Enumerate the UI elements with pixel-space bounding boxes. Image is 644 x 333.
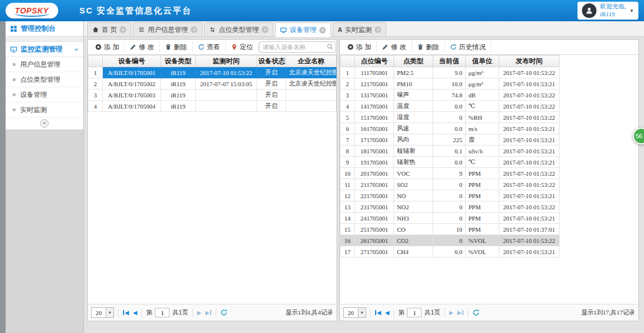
column-header[interactable]: 设备类型 [161, 55, 196, 67]
sidebar-collapse-row: « [6, 118, 83, 130]
table-row[interactable]: 1A/BJLT/0/1705001iR1192017-07-10 01:53:2… [88, 67, 337, 78]
column-header[interactable]: 设备编号 [103, 55, 161, 67]
first-page-button[interactable]: ◀ [375, 309, 382, 316]
column-header[interactable]: 设备状态 [257, 55, 286, 67]
cell: 辐射热 [394, 157, 433, 168]
tab-realtime[interactable]: A实时监测× [333, 22, 386, 36]
table-row[interactable]: 1111705001PM2.59.0μg/m³2017-07-10 01:53:… [340, 67, 560, 78]
last-page-button[interactable]: ▶ [457, 309, 464, 316]
table-row[interactable]: 15251705001CO10PPM2017-07-10 01:37:01 [340, 224, 560, 235]
row-number: 4 [88, 101, 103, 112]
table-row[interactable]: 16261705001CO20%VOL2017-07-10 01:53:22 [340, 235, 560, 246]
view-button[interactable]: 查看 [193, 41, 226, 53]
table-row[interactable]: 6161705001风速0.0m/s2017-07-10 01:53:21 [340, 123, 560, 134]
tab-label: 实时监测 [345, 25, 372, 35]
delete-button[interactable]: 删除 [160, 41, 193, 53]
table-row[interactable]: 17271705001CH40.0%VOL2017-07-10 01:53:21 [340, 246, 560, 257]
prev-page-button[interactable]: ◀ [385, 309, 390, 316]
column-header[interactable]: 当前值 [433, 55, 466, 67]
sidebar-section-console[interactable]: 管理控制台 [6, 21, 83, 36]
next-page-button[interactable]: ▶ [449, 309, 454, 316]
cell: 2017-07-10 01:53:22 [196, 67, 257, 78]
add-button[interactable]: 添 加 [90, 41, 125, 53]
locate-button[interactable]: 定位 [226, 41, 259, 53]
column-header[interactable]: 企业名称 [286, 55, 337, 67]
table-row[interactable]: 7171705001风向225度2017-07-10 01:53:21 [340, 134, 560, 146]
row-number: 10 [340, 168, 355, 179]
row-number: 4 [340, 101, 355, 112]
tab-bar: 首 页×用户信息管理×点位类型管理×设备管理×A实时监测× [84, 21, 644, 37]
tab-device[interactable]: 设备管理× [275, 22, 331, 37]
cell: 0.1 [433, 146, 466, 157]
main-area: 首 页×用户信息管理×点位类型管理×设备管理×A实时监测× 添 加修 改删除查看… [84, 21, 644, 333]
cell: 241705001 [355, 213, 394, 224]
button-label: 修 改 [139, 43, 154, 52]
page-size-select[interactable]: 20 ▼ [91, 307, 114, 318]
table-row[interactable]: 10201705001VOC9PPM2017-07-10 01:53:22 [340, 168, 560, 179]
table-row[interactable]: 12221705001NO0PPM2017-07-10 01:53:21 [340, 190, 560, 201]
tab-close-icon[interactable]: × [375, 26, 381, 33]
refresh-button[interactable] [220, 309, 228, 316]
delete-icon [417, 44, 424, 50]
table-row[interactable]: 9191705001辐射热0.0℃2017-07-10 01:53:21 [340, 157, 560, 168]
history-button[interactable]: 历史情况 [445, 41, 491, 53]
column-header[interactable]: 发布时间 [499, 55, 560, 67]
tab-point-type[interactable]: 点位类型管理× [204, 22, 273, 36]
table-row[interactable]: 2121705001PM1010.0μg/m³2017-07-10 01:53:… [340, 78, 560, 90]
column-header[interactable]: 点位编号 [355, 55, 394, 67]
sidebar-item-device[interactable]: 设备管理 [6, 87, 83, 102]
cell: 0 [433, 190, 466, 201]
tab-home[interactable]: 首 页× [87, 22, 131, 36]
page-number-input[interactable] [407, 308, 422, 317]
column-header[interactable]: 值单位 [466, 55, 499, 67]
table-row[interactable]: 4141705001温度0.0℃2017-07-10 01:53:22 [340, 101, 560, 112]
tab-close-icon[interactable]: × [319, 27, 326, 34]
table-row[interactable]: 13231705001NO20PPM2017-07-10 01:53:22 [340, 201, 560, 213]
topsky-logo: TOPSKY [6, 3, 58, 18]
table-row[interactable]: 11211705001SO20PPM2017-07-10 01:53:22 [340, 179, 560, 190]
cell: dB [466, 90, 499, 101]
prev-page-button[interactable]: ◀ [132, 309, 138, 316]
cell: 221705001 [355, 190, 394, 201]
table-row[interactable]: 3131705001噪声74.8dB2017-07-10 01:53:22 [340, 90, 560, 101]
device-panel: 添 加修 改删除查看定位 设备编号设备类型监测时间设备状态企业名称 1A/BJL… [87, 39, 337, 321]
table-row[interactable]: 3A/BJLT/0/1705003iR119开启 [88, 90, 337, 101]
cell: μg/m³ [466, 78, 499, 90]
tab-label: 用户信息管理 [148, 25, 188, 35]
delete-button[interactable]: 删除 [412, 41, 445, 53]
cell: CO2 [394, 235, 433, 246]
user-menu[interactable]: 欢迎光临, iR119 ▼ [577, 2, 638, 20]
column-header[interactable]: 监测时间 [196, 55, 257, 67]
device-toolbar-buttons: 添 加修 改删除查看定位 [90, 40, 259, 54]
column-header[interactable]: 点类型 [394, 55, 433, 67]
cell: 231705001 [355, 201, 394, 213]
edit-button[interactable]: 修 改 [377, 41, 411, 53]
row-number: 12 [340, 190, 355, 201]
refresh-button[interactable] [472, 309, 480, 316]
table-row[interactable]: 14241705001NH30PPM2017-07-10 01:53:21 [340, 213, 560, 224]
next-page-button[interactable]: ▶ [197, 309, 202, 316]
cell: 0.0 [433, 101, 466, 112]
first-page-button[interactable]: ◀ [122, 309, 130, 316]
sidebar-collapse-button[interactable]: « [40, 119, 49, 128]
table-row[interactable]: 2A/BJLT/0/1705002iR1192017-07-07 15:03:0… [88, 78, 337, 90]
tab-close-icon[interactable]: × [191, 26, 197, 33]
page-number-input[interactable] [155, 308, 169, 317]
page-size-select[interactable]: 20 ▼ [343, 307, 366, 318]
sidebar-item-point-type[interactable]: 点位类型管理 [6, 72, 83, 87]
add-button[interactable]: 添 加 [342, 41, 377, 53]
tab-close-icon[interactable]: × [120, 26, 126, 33]
tab-user-info[interactable]: 用户信息管理× [133, 22, 202, 36]
table-row[interactable]: 5151705001湿度0%RH2017-07-10 01:53:22 [340, 112, 560, 123]
search-icon[interactable] [326, 43, 334, 50]
device-table: 设备编号设备类型监测时间设备状态企业名称 1A/BJLT/0/1705001iR… [88, 55, 337, 112]
sidebar-item-realtime[interactable]: 实时监测 [6, 102, 83, 118]
table-row[interactable]: 8181705001核辐射0.1uSv/h2017-07-10 01:53:21 [340, 146, 560, 157]
sidebar-item-user-info[interactable]: 用户信息管理 [6, 57, 83, 72]
tab-close-icon[interactable]: × [262, 26, 268, 33]
last-page-button[interactable]: ▶ [205, 309, 212, 316]
search-input[interactable] [259, 41, 336, 53]
edit-button[interactable]: 修 改 [125, 41, 159, 53]
sidebar-section-monitoring[interactable]: 监控监测管理 [6, 42, 83, 57]
table-row[interactable]: 4A/BJLT/0/1705004iR119开启 [88, 101, 337, 112]
